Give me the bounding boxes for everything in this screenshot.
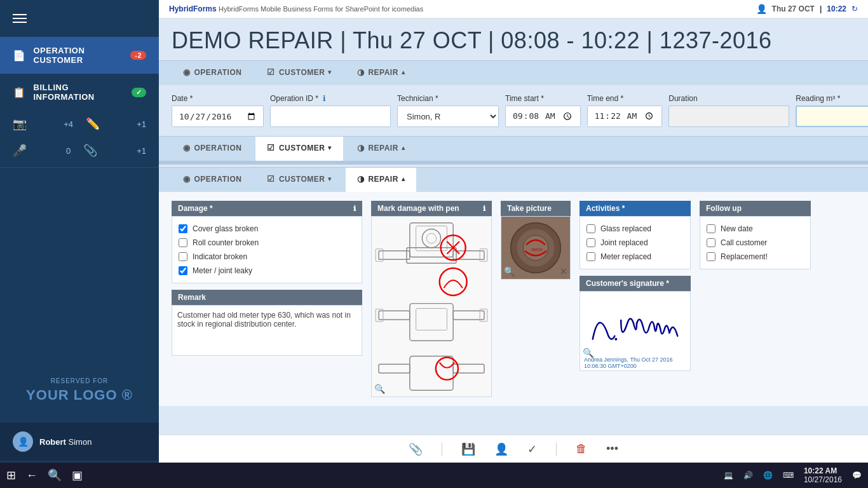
activity-item-0[interactable]: Glass replaced: [587, 222, 684, 236]
topbar: HybridForms HybridForms Mobile Business …: [159, 0, 868, 18]
damage-item-1[interactable]: Roll counter broken: [179, 236, 355, 250]
svg-point-2: [422, 229, 440, 248]
svg-rect-10: [416, 308, 447, 330]
attach-item[interactable]: 📎: [83, 144, 137, 158]
svg-rect-16: [379, 364, 410, 373]
tab-label: CUSTOMER: [279, 68, 325, 77]
tab-operation-2[interactable]: ◉ OPERATION: [172, 137, 253, 161]
tab-label: OPERATION: [194, 144, 242, 152]
op-id-field-group: Operation ID * ℹ 1237-2016: [270, 94, 391, 127]
sidebar-item-operation-customer[interactable]: 📄 OPERATION CUSTOMER -2: [0, 37, 159, 74]
time-start-input[interactable]: [505, 105, 581, 127]
refresh-icon[interactable]: ↻: [851, 4, 858, 13]
pen-item[interactable]: ✏️: [86, 117, 137, 131]
followup-panel: Follow up New date Call customer Replace…: [700, 201, 811, 269]
signature-header-label: Customer's signature *: [586, 279, 669, 288]
activities-header: Activities *: [580, 201, 691, 216]
remark-text[interactable]: Customer had old meter type 630, which w…: [172, 305, 362, 356]
tab-customer-3[interactable]: ☑ CUSTOMER ▾: [255, 168, 342, 192]
damage-list: Cover glass broken Roll counter broken I…: [172, 216, 362, 283]
hamburger-menu[interactable]: [0, 0, 159, 37]
tab-bar-2: ◉ OPERATION ☑ CUSTOMER ▾ ◑ REPAIR ▴: [159, 136, 868, 161]
op-id-input[interactable]: 1237-2016: [270, 105, 391, 127]
topbar-date: Thu 27 OCT: [772, 4, 815, 13]
picture-header-label: Take picture: [507, 204, 552, 213]
followup-header-label: Follow up: [706, 204, 742, 213]
save-icon[interactable]: 💾: [461, 442, 475, 456]
user-add-icon[interactable]: 👤: [494, 442, 508, 456]
page-title-bar: DEMO REPAIR | Thu 27 OCT | 08:08 - 10:22…: [159, 18, 868, 60]
activity-checkbox-2[interactable]: [587, 252, 595, 261]
check-toolbar-icon[interactable]: ✓: [527, 442, 537, 456]
pen-drawing-area[interactable]: 🔍: [371, 216, 492, 397]
tab-customer-2[interactable]: ☑ CUSTOMER ▾: [255, 137, 342, 161]
followup-checkbox-2[interactable]: [707, 252, 715, 261]
tab-repair-1[interactable]: ◑ REPAIR ▴: [346, 61, 416, 85]
signature-area[interactable]: Andrea Jennings, Thu Oct 27 2016 10:06:3…: [580, 291, 691, 371]
volume-icon[interactable]: 🔊: [743, 471, 753, 480]
attach-toolbar-icon[interactable]: 📎: [409, 442, 423, 456]
windows-start-icon[interactable]: ⊞: [6, 468, 16, 482]
close-icon[interactable]: ✕: [560, 266, 567, 276]
tech-select[interactable]: Simon, R: [397, 105, 499, 127]
date-input[interactable]: [172, 105, 264, 127]
damage-item-2[interactable]: Indicator broken: [179, 250, 355, 264]
damage-item-3[interactable]: Meter / joint leaky: [179, 264, 355, 278]
tab-customer-1[interactable]: ☑ CUSTOMER ▾: [255, 61, 342, 85]
tablet-mode-icon[interactable]: 💻: [724, 471, 733, 480]
topbar-time: 10:22: [827, 4, 846, 13]
activity-item-2[interactable]: Meter replaced: [587, 250, 684, 264]
info-icon: ℹ: [483, 205, 485, 213]
followup-checkbox-1[interactable]: [707, 238, 715, 247]
media-row-audio: 🎤 0 📎 +1: [0, 137, 159, 164]
notifications-icon[interactable]: 💬: [852, 471, 862, 480]
reading-input[interactable]: [796, 105, 868, 127]
tab-operation-3[interactable]: ◉ OPERATION: [172, 168, 253, 192]
reading-group: Reading m³ *: [796, 94, 868, 127]
damage-checkbox-1[interactable]: [179, 238, 187, 247]
operation-form: Date * Operation ID * ℹ 1237-2016 Techni…: [159, 85, 868, 136]
damage-checkbox-0[interactable]: [179, 224, 187, 233]
sidebar: 📄 OPERATION CUSTOMER -2 📋 BILLING INFORM…: [0, 0, 159, 488]
tab-repair-3[interactable]: ◑ REPAIR ▴: [346, 168, 416, 192]
followup-col: Follow up New date Call customer Replace…: [700, 201, 811, 397]
damage-checkbox-3[interactable]: [179, 266, 187, 275]
camera-item[interactable]: 📷: [13, 117, 64, 131]
back-icon[interactable]: ←: [26, 469, 37, 482]
zoom-icon[interactable]: 🔍: [504, 266, 515, 276]
time-start-label: Time start *: [505, 94, 581, 103]
activity-checkbox-0[interactable]: [587, 224, 595, 233]
avatar: 👤: [13, 431, 33, 452]
followup-item-2[interactable]: Replacement!: [707, 250, 804, 264]
keyboard-icon[interactable]: ⌨: [783, 471, 794, 480]
toolbar-sep-1: [442, 443, 442, 456]
clock: 10:22 AM 10/27/2016: [804, 466, 842, 484]
followup-item-0[interactable]: New date: [707, 222, 804, 236]
op-id-label: Operation ID * ℹ: [270, 94, 391, 103]
damage-item-0[interactable]: Cover glass broken: [179, 222, 355, 236]
reading-label: Reading m³ *: [796, 94, 868, 103]
activities-list: Glass replaced Joint replaced Meter repl…: [580, 216, 691, 269]
sidebar-badge: -2: [130, 51, 146, 60]
zoom-in-icon[interactable]: 🔍: [374, 384, 385, 394]
taskview-icon[interactable]: ▣: [72, 468, 83, 482]
activity-item-1[interactable]: Joint replaced: [587, 236, 684, 250]
attach-icon: 📎: [83, 144, 97, 158]
tab-repair-2[interactable]: ◑ REPAIR ▴: [346, 137, 416, 161]
followup-checkbox-0[interactable]: [707, 224, 715, 233]
delete-icon[interactable]: 🗑: [576, 442, 587, 456]
taskbar-search-icon[interactable]: 🔍: [48, 468, 62, 482]
activity-checkbox-1[interactable]: [587, 238, 595, 247]
mic-item[interactable]: 🎤: [13, 144, 66, 158]
followup-item-1[interactable]: Call customer: [707, 236, 804, 250]
chevron-down-icon: ▾: [328, 69, 332, 76]
tab-operation-1[interactable]: ◉ OPERATION: [172, 61, 253, 85]
svg-point-27: [614, 338, 617, 341]
network-icon[interactable]: 🌐: [763, 471, 773, 480]
damage-checkbox-2[interactable]: [179, 252, 187, 261]
more-icon[interactable]: •••: [606, 442, 618, 456]
signature-zoom-icon[interactable]: 🔍: [583, 348, 593, 358]
time-end-input[interactable]: [587, 105, 663, 127]
sidebar-item-billing[interactable]: 📋 BILLING INFORMATION ✓: [0, 74, 159, 111]
picture-area[interactable]: meter ✕ 🔍: [501, 216, 571, 280]
